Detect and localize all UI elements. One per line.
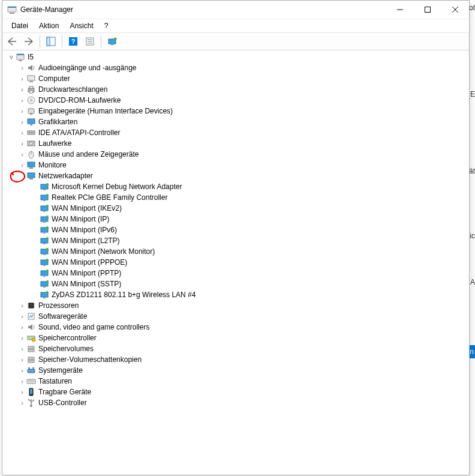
tree-category[interactable]: ›Druckwarteschlangen — [5, 84, 467, 95]
tree-category[interactable]: ›Audioeingänge und -ausgänge — [5, 62, 467, 73]
tree-category[interactable]: ›DVD/CD-ROM-Laufwerke — [5, 95, 467, 106]
tree-category[interactable]: ›IDE ATA/ATAPI-Controller — [5, 127, 467, 138]
tree-category[interactable]: ›Tastaturen — [5, 376, 467, 387]
tree-category[interactable]: ›Softwaregeräte — [5, 311, 467, 322]
tree-category[interactable]: ›Speichercontroller — [5, 333, 467, 343]
expand-chevron-icon[interactable]: › — [18, 116, 26, 127]
tree-device-network[interactable]: Realtek PCIe GBE Family Controller — [5, 192, 467, 203]
tree-item-label: Systemgeräte — [38, 365, 83, 376]
monitor-icon — [26, 171, 36, 181]
expand-chevron-icon[interactable]: › — [18, 95, 26, 106]
tree-category[interactable]: ›Mäuse und andere Zeigegeräte — [5, 149, 467, 160]
svg-rect-4 — [425, 7, 431, 13]
tree-item-label: Softwaregeräte — [38, 311, 87, 322]
svg-text:?: ? — [71, 38, 76, 45]
tree-category[interactable]: ›Prozessoren — [5, 300, 467, 311]
net-icon — [40, 236, 49, 246]
tree-category[interactable]: ›Eingabegeräte (Human Interface Devices) — [5, 106, 467, 116]
menu-help[interactable]: ? — [99, 20, 114, 31]
net-icon — [40, 225, 49, 235]
expand-chevron-icon[interactable]: › — [18, 62, 26, 73]
tree-item-label: Mäuse und andere Zeigegeräte — [38, 149, 139, 160]
tree-device-network[interactable]: WAN Miniport (SSTP) — [5, 279, 467, 289]
properties-button[interactable] — [83, 34, 97, 49]
software-icon — [26, 312, 36, 321]
expand-chevron-icon[interactable]: › — [18, 138, 26, 149]
tree-category[interactable]: ›Sound, video and game controllers — [5, 322, 467, 333]
expand-chevron-icon[interactable]: › — [18, 376, 26, 387]
tree-category[interactable]: ›Tragbare Geräte — [5, 387, 467, 397]
expand-chevron-icon[interactable]: › — [18, 397, 26, 408]
tree-device-network[interactable]: WAN Miniport (IKEv2) — [5, 203, 467, 214]
scan-hardware-button[interactable] — [105, 34, 119, 49]
disc-icon — [26, 95, 36, 105]
tree-item-label: Laufwerke — [38, 138, 71, 149]
menu-view[interactable]: Ansicht — [64, 20, 98, 31]
tree-item-label: Eingabegeräte (Human Interface Devices) — [38, 106, 173, 116]
close-button[interactable] — [441, 1, 469, 19]
expand-chevron-icon[interactable]: › — [18, 73, 26, 84]
tree-device-network[interactable]: WAN Miniport (PPTP) — [5, 268, 467, 279]
forward-button[interactable] — [22, 34, 36, 49]
expand-chevron-icon[interactable]: › — [18, 354, 26, 365]
expand-chevron-icon[interactable]: › — [18, 106, 26, 116]
tree-category[interactable]: ›Systemgeräte — [5, 365, 467, 376]
minimize-button[interactable] — [386, 1, 414, 19]
tree-device-network[interactable]: WAN Miniport (PPPOE) — [5, 257, 467, 268]
tree-item-label: WAN Miniport (SSTP) — [52, 279, 121, 289]
expand-chevron-icon[interactable]: › — [18, 365, 26, 376]
tree-category[interactable]: ›Monitore — [5, 160, 467, 170]
expand-chevron-icon[interactable]: › — [18, 127, 26, 138]
svg-rect-2 — [10, 13, 14, 14]
tree-item-label: WAN Miniport (IP) — [52, 214, 109, 224]
tree-category[interactable]: ›USB-Controller — [5, 397, 467, 408]
tree-item-label: DVD/CD-ROM-Laufwerke — [38, 95, 121, 106]
expand-chevron-icon[interactable]: › — [18, 300, 26, 311]
tree-category[interactable]: ›Laufwerke — [5, 138, 467, 149]
tree-device-network[interactable]: ZyDAS ZD1211 802.11 b+g Wireless LAN #4 — [5, 289, 467, 300]
tree-category[interactable]: ›Computer — [5, 73, 467, 84]
net-icon — [40, 279, 49, 289]
help-button[interactable]: ? — [66, 34, 80, 49]
net-icon — [40, 258, 49, 267]
audio-icon — [26, 322, 36, 332]
maximize-button[interactable] — [414, 1, 441, 19]
tree-device-network[interactable]: WAN Miniport (IPv6) — [5, 224, 467, 235]
tree-device-network[interactable]: WAN Miniport (L2TP) — [5, 235, 467, 246]
tree-category[interactable]: ›Speicher-Volumeschattenkopien — [5, 354, 467, 365]
menubar: Datei Aktion Ansicht ? — [2, 19, 469, 33]
tree-item-label: ZyDAS ZD1211 802.11 b+g Wireless LAN #4 — [52, 289, 196, 300]
keyboard-icon — [26, 376, 36, 386]
storagectrl-icon — [26, 333, 36, 343]
bg-text: A — [470, 278, 475, 286]
expand-chevron-icon[interactable]: ▿ — [7, 52, 16, 62]
expand-chevron-icon[interactable]: › — [18, 387, 26, 397]
expand-chevron-icon[interactable]: › — [18, 343, 26, 354]
tree-category[interactable]: ›Grafikkarten — [5, 116, 467, 127]
tree-category-network[interactable]: Netzwerkadapter — [5, 170, 467, 181]
expand-chevron-icon[interactable]: › — [18, 311, 26, 322]
tree-device-network[interactable]: Microsoft Kernel Debug Network Adapter — [5, 181, 467, 192]
expand-chevron-icon[interactable]: › — [18, 160, 26, 170]
menu-file[interactable]: Datei — [6, 20, 34, 31]
show-hide-tree-button[interactable] — [44, 34, 58, 49]
svg-rect-8 — [47, 37, 50, 46]
device-tree-panel[interactable]: ▿I5›Audioeingänge und -ausgänge›Computer… — [2, 50, 469, 475]
expand-chevron-icon[interactable]: › — [18, 149, 26, 160]
tree-item-label: Speichervolumes — [38, 343, 94, 354]
svg-rect-16 — [110, 44, 114, 45]
net-icon — [40, 203, 49, 213]
device-manager-window: Geräte-Manager Datei Aktion Ansicht ? — [2, 0, 470, 475]
tree-item-label: IDE ATA/ATAPI-Controller — [38, 127, 120, 138]
menu-action[interactable]: Aktion — [34, 20, 64, 31]
expand-chevron-icon[interactable]: › — [18, 333, 26, 343]
tree-root[interactable]: ▿I5 — [5, 52, 467, 62]
expand-chevron-icon[interactable]: › — [18, 84, 26, 95]
tree-device-network[interactable]: WAN Miniport (IP) — [5, 214, 467, 224]
tree-device-network[interactable]: WAN Miniport (Network Monitor) — [5, 246, 467, 257]
expand-chevron-icon[interactable]: › — [18, 322, 26, 333]
tree-category[interactable]: ›Speichervolumes — [5, 343, 467, 354]
back-button[interactable] — [5, 34, 19, 49]
svg-rect-1 — [8, 7, 16, 8]
system-icon — [26, 366, 36, 375]
